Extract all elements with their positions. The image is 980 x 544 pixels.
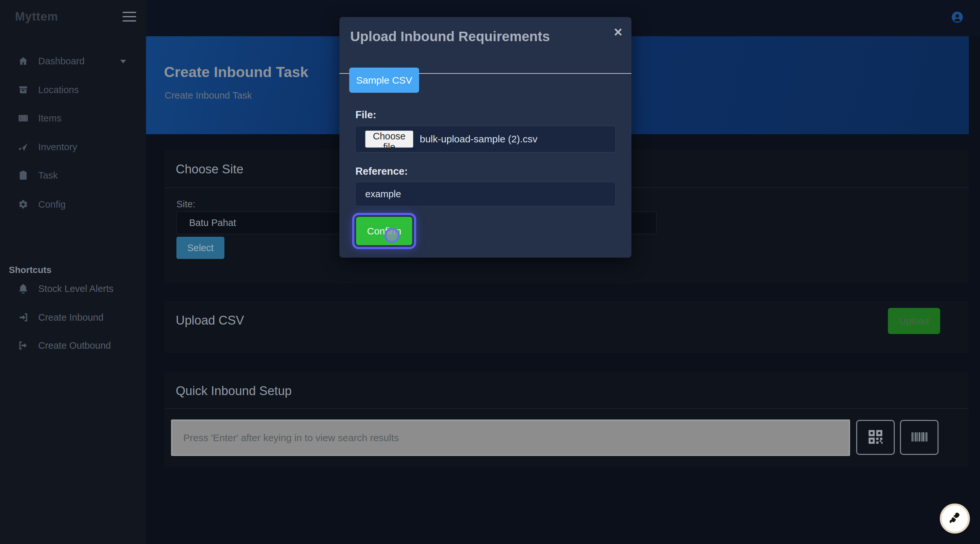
sidebar-item-label: Items [38, 113, 61, 124]
upload-button[interactable]: Upload [888, 308, 940, 334]
home-icon [18, 56, 29, 67]
assistant-fab-button[interactable] [940, 503, 970, 534]
app-logo: Myttem [15, 10, 58, 24]
sidebar-item-label: Config [38, 199, 66, 210]
sidebar-item-create-inbound[interactable]: Create Inbound [0, 308, 146, 327]
choose-file-button[interactable]: Choose file [365, 131, 413, 147]
sidebar: Myttem Dashboard Locations Items Invento… [0, 0, 146, 544]
clipboard-icon [18, 170, 29, 181]
qr-code-icon [866, 428, 885, 447]
select-button[interactable]: Select [177, 237, 224, 259]
barcode-scanner-icon [910, 428, 928, 447]
sidebar-item-task[interactable]: Task [0, 165, 146, 185]
bell-icon [18, 283, 29, 294]
quick-inbound-title: Quick Inbound Setup [176, 384, 292, 398]
confirm-button[interactable]: Confirm [356, 217, 412, 245]
user-avatar-icon[interactable] [951, 11, 963, 23]
barcode-icon [18, 113, 29, 124]
sign-out-icon [18, 340, 29, 351]
reference-label: Reference: [355, 165, 408, 177]
chevron-down-icon [120, 60, 126, 63]
file-label: File: [355, 109, 376, 121]
sidebar-item-create-outbound[interactable]: Create Outbound [0, 336, 146, 355]
box-icon [18, 84, 29, 95]
sidebar-item-stock-level-alerts[interactable]: Stock Level Alerts [0, 279, 146, 298]
sidebar-item-items[interactable]: Items [0, 108, 146, 128]
hamburger-menu-icon[interactable] [123, 12, 136, 23]
upload-csv-title: Upload CSV [176, 314, 244, 328]
sidebar-item-label: Inventory [38, 142, 77, 152]
sidebar-item-label: Create Outbound [38, 340, 111, 351]
selected-file-name: bulk-upload-sample (2).csv [420, 133, 538, 145]
page-title: Create Inbound Task [164, 63, 309, 81]
sidebar-item-dashboard[interactable]: Dashboard [0, 51, 146, 71]
qr-scan-button[interactable] [856, 420, 895, 455]
choose-site-title: Choose Site [176, 162, 243, 176]
sidebar-item-inventory[interactable]: Inventory [0, 137, 146, 157]
sidebar-item-locations[interactable]: Locations [0, 80, 146, 100]
reference-input[interactable] [355, 182, 616, 206]
site-select-value: Batu Pahat [189, 217, 236, 228]
sidebar-item-config[interactable]: Config [0, 195, 146, 214]
file-input[interactable]: Choose file bulk-upload-sample (2).csv [355, 126, 616, 152]
send-icon [18, 141, 29, 152]
sidebar-item-label: Task [38, 170, 58, 181]
upload-csv-card: Upload CSV Upload [164, 301, 969, 353]
gear-icon [18, 199, 29, 210]
quick-inbound-search-input[interactable] [171, 420, 850, 456]
sidebar-item-label: Locations [38, 84, 79, 95]
barcode-scan-button[interactable] [900, 420, 939, 455]
sidebar-item-label: Create Inbound [38, 312, 103, 323]
sidebar-item-label: Stock Level Alerts [38, 284, 114, 294]
shortcuts-heading: Shortcuts [9, 265, 52, 275]
divider [164, 408, 969, 409]
modal-title: Upload Inbound Requirements [350, 29, 550, 44]
sidebar-item-label: Dashboard [38, 56, 84, 67]
sign-in-icon [18, 312, 29, 323]
quick-inbound-card: Quick Inbound Setup [164, 371, 969, 467]
breadcrumb: Create Inbound Task [165, 90, 252, 101]
upload-inbound-requirements-modal: Upload Inbound Requirements × Sample CSV… [339, 17, 632, 258]
site-label: Site: [177, 199, 195, 209]
close-icon[interactable]: × [614, 25, 622, 39]
sample-csv-button[interactable]: Sample CSV [349, 68, 419, 93]
peanut-logo-icon [947, 510, 963, 527]
